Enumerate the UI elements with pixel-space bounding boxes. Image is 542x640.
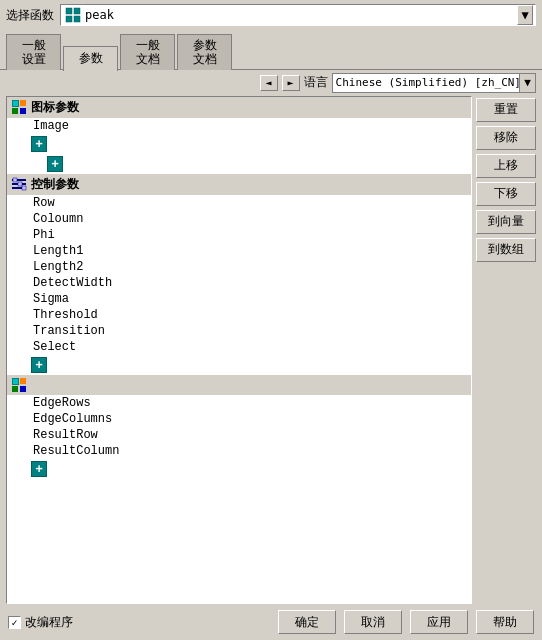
control-params-icon: [11, 176, 27, 192]
apply-button[interactable]: 应用: [410, 610, 468, 634]
tab-general-settings[interactable]: 一般 设置: [6, 34, 61, 70]
move-down-button[interactable]: 下移: [476, 182, 536, 206]
add-icon-row-1: +: [7, 134, 471, 154]
svg-rect-0: [66, 8, 72, 14]
list-item[interactable]: Length2: [7, 259, 471, 275]
list-item[interactable]: Phi: [7, 227, 471, 243]
results-header: [7, 375, 471, 395]
function-dropdown-arrow[interactable]: ▼: [517, 5, 533, 25]
remove-button[interactable]: 移除: [476, 126, 536, 150]
select-function-label: 选择函数: [6, 7, 54, 24]
results-icon: [11, 377, 27, 393]
list-item[interactable]: Sigma: [7, 291, 471, 307]
icon-params-title: 图标参数: [31, 99, 79, 116]
add-button-1[interactable]: +: [31, 136, 47, 152]
add-icon-row-2: +: [7, 154, 471, 174]
list-item[interactable]: Row: [7, 195, 471, 211]
icon-params-icon: [11, 99, 27, 115]
add-icon-row-3: +: [7, 355, 471, 375]
top-bar: 选择函数 peak ▼: [0, 0, 542, 30]
list-item[interactable]: DetectWidth: [7, 275, 471, 291]
help-button[interactable]: 帮助: [476, 610, 534, 634]
ok-button[interactable]: 确定: [278, 610, 336, 634]
function-select[interactable]: peak ▼: [60, 4, 536, 26]
add-icon-row-4: +: [7, 459, 471, 479]
add-button-4[interactable]: +: [31, 461, 47, 477]
svg-rect-14: [13, 178, 17, 182]
svg-rect-1: [74, 8, 80, 14]
add-button-3[interactable]: +: [31, 357, 47, 373]
move-up-button[interactable]: 上移: [476, 154, 536, 178]
list-item[interactable]: EdgeRows: [7, 395, 471, 411]
function-select-inner: peak: [65, 7, 531, 23]
nav-prev-button[interactable]: ◄: [260, 75, 278, 91]
control-params-title: 控制参数: [31, 176, 79, 193]
tab-params-docs[interactable]: 参数 文档: [177, 34, 232, 70]
tab-bar: 一般 设置 参数 一般 文档 参数 文档: [0, 30, 542, 70]
to-vector-button[interactable]: 到向量: [476, 210, 536, 234]
svg-rect-8: [12, 108, 18, 114]
nav-next-button[interactable]: ►: [282, 75, 300, 91]
language-value: Chinese (Simplified) [zh_CN]: [336, 76, 521, 89]
add-button-2[interactable]: +: [47, 156, 63, 172]
list-panel: 图标参数 Image + +: [6, 96, 472, 604]
control-params-header: 控制参数: [7, 174, 471, 195]
svg-rect-7: [20, 100, 26, 106]
svg-rect-19: [13, 379, 18, 384]
svg-rect-6: [13, 101, 18, 106]
language-dropdown-arrow[interactable]: ▼: [519, 74, 535, 92]
list-item[interactable]: EdgeColumns: [7, 411, 471, 427]
language-label: 语言: [304, 74, 328, 91]
svg-rect-20: [20, 378, 26, 384]
edit-program-checkbox[interactable]: ✓: [8, 616, 21, 629]
function-value: peak: [85, 8, 114, 22]
list-item[interactable]: Threshold: [7, 307, 471, 323]
list-item[interactable]: ResultRow: [7, 427, 471, 443]
svg-rect-22: [20, 386, 26, 392]
main-content: 图标参数 Image + +: [6, 96, 536, 604]
list-item[interactable]: Transition: [7, 323, 471, 339]
svg-rect-21: [12, 386, 18, 392]
svg-rect-15: [18, 182, 22, 186]
tab-params[interactable]: 参数: [63, 46, 118, 71]
cancel-button[interactable]: 取消: [344, 610, 402, 634]
list-item[interactable]: Coloumn: [7, 211, 471, 227]
language-select[interactable]: Chinese (Simplified) [zh_CN] ▼: [332, 73, 536, 93]
icon-params-header: 图标参数: [7, 97, 471, 118]
lang-row: ◄ ► 语言 Chinese (Simplified) [zh_CN] ▼: [0, 70, 542, 96]
svg-rect-2: [66, 16, 72, 22]
list-item[interactable]: Select: [7, 339, 471, 355]
edit-program-label[interactable]: ✓ 改编程序: [8, 614, 270, 631]
action-button-panel: 重置 移除 上移 下移 到向量 到数组: [476, 96, 536, 604]
reset-button[interactable]: 重置: [476, 98, 536, 122]
grid-icon: [65, 7, 81, 23]
list-item[interactable]: ResultColumn: [7, 443, 471, 459]
main-window: 选择函数 peak ▼ 一般 设置 参数 一般 文档: [0, 0, 542, 640]
svg-rect-16: [22, 186, 26, 190]
list-item[interactable]: Image: [7, 118, 471, 134]
svg-rect-3: [74, 16, 80, 22]
tab-general-docs[interactable]: 一般 文档: [120, 34, 175, 70]
bottom-bar: ✓ 改编程序 确定 取消 应用 帮助: [0, 604, 542, 640]
svg-rect-9: [20, 108, 26, 114]
list-item[interactable]: Length1: [7, 243, 471, 259]
to-group-button[interactable]: 到数组: [476, 238, 536, 262]
